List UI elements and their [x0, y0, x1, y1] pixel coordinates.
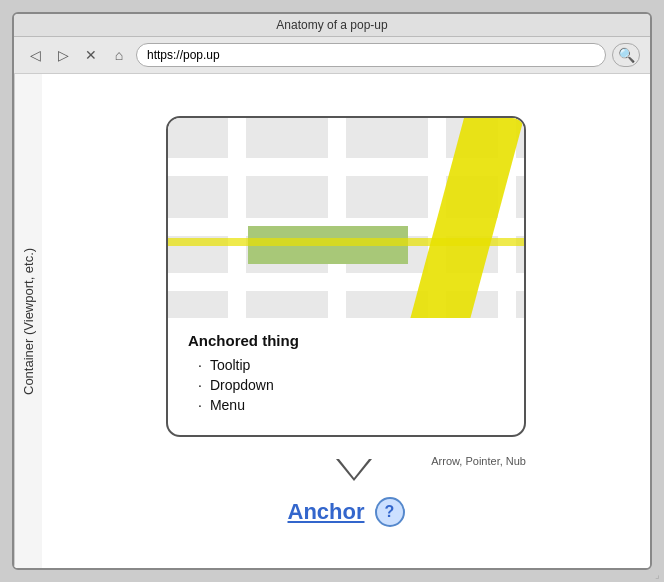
popup-container: Anchored thing Tooltip Dropdown Menu [166, 116, 526, 437]
popup-arrow [336, 459, 372, 481]
search-icon: 🔍 [618, 47, 635, 63]
search-button[interactable]: 🔍 [612, 43, 640, 67]
home-icon: ⌂ [115, 47, 123, 63]
help-icon: ? [385, 503, 395, 521]
forward-button[interactable]: ▷ [52, 44, 74, 66]
arrow-label: Arrow, Pointer, Nub [431, 455, 526, 467]
list-item: Tooltip [198, 357, 504, 373]
forward-icon: ▷ [58, 47, 69, 63]
popup-body: Anchored thing Tooltip Dropdown Menu [168, 318, 524, 435]
list-item: Menu [198, 397, 504, 413]
anchor-row: Anchor ? [288, 497, 405, 527]
browser-content: Container (Viewport, etc.) [14, 74, 650, 568]
home-button[interactable]: ⌂ [108, 44, 130, 66]
map-area [168, 118, 524, 318]
anchored-list: Tooltip Dropdown Menu [188, 357, 504, 413]
back-button[interactable]: ◁ [24, 44, 46, 66]
browser-window: Anatomy of a pop-up ◁ ▷ ✕ ⌂ 🔍 Container … [12, 12, 652, 570]
list-item: Dropdown [198, 377, 504, 393]
window-title: Anatomy of a pop-up [276, 18, 387, 32]
address-bar[interactable] [136, 43, 606, 67]
sidebar-label: Container (Viewport, etc.) [14, 74, 42, 568]
close-icon: ✕ [85, 47, 97, 63]
anchored-thing-title: Anchored thing [188, 332, 504, 349]
main-area: Anchored thing Tooltip Dropdown Menu Arr… [42, 74, 650, 568]
toolbar: ◁ ▷ ✕ ⌂ 🔍 [14, 37, 650, 74]
anchor-link[interactable]: Anchor [288, 499, 365, 525]
close-button[interactable]: ✕ [80, 44, 102, 66]
help-button[interactable]: ? [375, 497, 405, 527]
title-bar: Anatomy of a pop-up [14, 14, 650, 37]
popup-arrow-area: Arrow, Pointer, Nub [166, 437, 526, 481]
back-icon: ◁ [30, 47, 41, 63]
